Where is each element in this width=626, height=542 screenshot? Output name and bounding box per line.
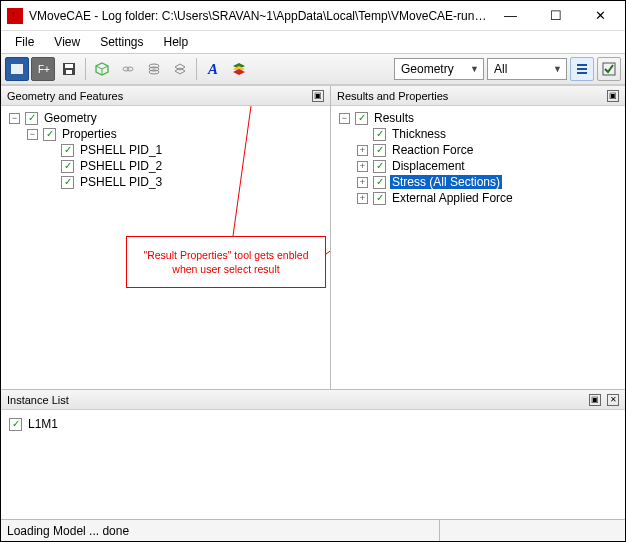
checkbox[interactable] (373, 192, 386, 205)
svg-line-26 (326, 188, 330, 254)
check-all-button[interactable] (597, 57, 621, 81)
svg-line-8 (96, 66, 102, 69)
add-file-button[interactable]: F+ (31, 57, 55, 81)
checkbox[interactable] (373, 128, 386, 141)
menu-file[interactable]: File (5, 33, 44, 51)
checkbox[interactable] (9, 418, 22, 431)
svg-rect-5 (65, 64, 73, 68)
tree-node[interactable]: PSHELL PID_3 (78, 175, 164, 189)
annotation-text: "Result Properties" tool gets enbled whe… (131, 248, 321, 276)
panel-collapse-icon[interactable]: ▣ (607, 90, 619, 102)
expand-toggle[interactable]: − (339, 113, 350, 124)
titlebar: ! VMoveCAE - Log folder: C:\Users\SRAVAN… (1, 1, 625, 31)
maximize-button[interactable]: ☐ (533, 2, 578, 30)
main-panels: Geometry and Features ▣ − Geometry − (1, 85, 625, 389)
instance-panel: Instance List ▣ ✕ L1M1 (1, 389, 625, 519)
close-button[interactable]: ✕ (578, 2, 623, 30)
minimize-button[interactable]: — (488, 2, 533, 30)
checkbox[interactable] (373, 176, 386, 189)
font-button[interactable]: A (201, 57, 225, 81)
tree-node[interactable]: Reaction Force (390, 143, 475, 157)
svg-text:F+: F+ (38, 64, 50, 75)
toolbar: F+ A Geometry ▼ All ▼ (1, 53, 625, 85)
svg-point-12 (127, 67, 133, 71)
instance-panel-title: Instance List (7, 394, 69, 406)
link-button[interactable] (116, 57, 140, 81)
mesh-cube-button[interactable] (90, 57, 114, 81)
instance-item[interactable]: L1M1 (26, 417, 60, 431)
filter-dropdown-label: All (494, 62, 507, 76)
checkbox[interactable] (61, 160, 74, 173)
open-file-button[interactable] (5, 57, 29, 81)
menu-help[interactable]: Help (154, 33, 199, 51)
status-right (439, 520, 619, 541)
menu-settings[interactable]: Settings (90, 33, 153, 51)
list-button[interactable] (570, 57, 594, 81)
result-properties-button[interactable] (227, 57, 251, 81)
expand-toggle[interactable]: − (9, 113, 20, 124)
checkbox[interactable] (373, 160, 386, 173)
svg-line-9 (102, 66, 108, 69)
tree-node[interactable]: Thickness (390, 127, 448, 141)
checkbox[interactable] (355, 112, 368, 125)
tree-node[interactable]: PSHELL PID_2 (78, 159, 164, 173)
panel-collapse-icon[interactable]: ▣ (312, 90, 324, 102)
results-panel: Results and Properties ▣ − Results Thick… (331, 86, 625, 389)
expand-toggle[interactable]: + (357, 161, 368, 172)
checkbox[interactable] (25, 112, 38, 125)
window-title: VMoveCAE - Log folder: C:\Users\SRAVAN~1… (29, 9, 488, 23)
app-icon: ! (7, 8, 23, 24)
filter-dropdown[interactable]: All ▼ (487, 58, 567, 80)
save-button[interactable] (57, 57, 81, 81)
instance-body: L1M1 (1, 410, 625, 519)
svg-rect-0 (9, 10, 21, 22)
panel-close-icon[interactable]: ✕ (607, 394, 619, 406)
menubar: File View Settings Help (1, 31, 625, 53)
svg-marker-16 (175, 64, 185, 70)
expand-toggle[interactable]: − (27, 129, 38, 140)
expand-toggle[interactable]: + (357, 193, 368, 204)
svg-rect-2 (11, 64, 23, 74)
tree-node-geometry[interactable]: Geometry (42, 111, 99, 125)
svg-text:!: ! (12, 11, 15, 22)
chevron-down-icon: ▼ (470, 64, 479, 74)
checkbox[interactable] (61, 176, 74, 189)
checkbox[interactable] (61, 144, 74, 157)
geometry-dropdown-label: Geometry (401, 62, 454, 76)
svg-marker-17 (175, 68, 185, 74)
geometry-panel: Geometry and Features ▣ − Geometry − (1, 86, 331, 389)
geometry-tree[interactable]: − Geometry − Properties PSHELL PID_1PSHE… (1, 106, 330, 389)
chevron-down-icon: ▼ (553, 64, 562, 74)
checkbox[interactable] (43, 128, 56, 141)
tree-node[interactable]: Stress (All Sections) (390, 175, 502, 189)
menu-view[interactable]: View (44, 33, 90, 51)
panel-collapse-icon[interactable]: ▣ (589, 394, 601, 406)
geometry-panel-title: Geometry and Features (7, 90, 123, 102)
layers-b-button[interactable] (168, 57, 192, 81)
svg-rect-6 (66, 70, 72, 74)
tree-node-results[interactable]: Results (372, 111, 416, 125)
results-panel-title: Results and Properties (337, 90, 448, 102)
checkbox[interactable] (373, 144, 386, 157)
tree-node[interactable]: External Applied Force (390, 191, 515, 205)
tree-node[interactable]: PSHELL PID_1 (78, 143, 164, 157)
expand-toggle[interactable]: + (357, 177, 368, 188)
tree-node[interactable]: Displacement (390, 159, 467, 173)
geometry-dropdown[interactable]: Geometry ▼ (394, 58, 484, 80)
expand-toggle[interactable]: + (357, 145, 368, 156)
results-tree[interactable]: − Results Thickness+Reaction Force+Displ… (331, 106, 625, 389)
tree-node-properties[interactable]: Properties (60, 127, 119, 141)
layers-a-button[interactable] (142, 57, 166, 81)
annotation-box: "Result Properties" tool gets enbled whe… (126, 236, 326, 288)
statusbar: Loading Model ... done (1, 519, 625, 541)
status-text: Loading Model ... done (7, 524, 129, 538)
